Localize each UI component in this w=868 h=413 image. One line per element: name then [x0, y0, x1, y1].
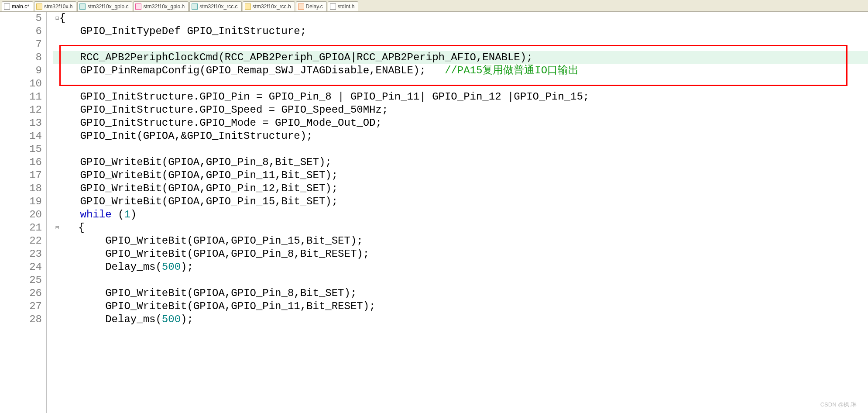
line-number: 14 [0, 130, 42, 143]
file-icon [298, 3, 304, 10]
code-line: GPIO_InitStructure.GPIO_Pin = GPIO_Pin_8… [53, 90, 868, 103]
code-line: Delay_ms(500); [53, 261, 868, 274]
line-number: 23 [0, 248, 42, 261]
line-number: 5 [0, 12, 42, 25]
file-icon [79, 3, 86, 10]
tab-label: stm32f10x_rcc.h [253, 2, 291, 11]
fold-gutter [47, 12, 53, 413]
line-number: 8 [0, 51, 42, 64]
code-line: Delay_ms(500); [53, 313, 868, 326]
line-number: 10 [0, 77, 42, 90]
tab-label: stm32f10x.h [44, 2, 72, 11]
tab-label: main.c* [12, 2, 29, 11]
line-number: 22 [0, 234, 42, 248]
line-number: 28 [0, 313, 42, 326]
fold-icon[interactable]: ⊟ [55, 221, 59, 234]
tab-label: stm32f10x_gpio.c [87, 2, 128, 11]
code-line: while (1) [53, 208, 868, 221]
line-number: 15 [0, 143, 42, 156]
file-icon [135, 3, 141, 10]
tab-stm32f10x-gpio-h[interactable]: stm32f10x_gpio.h [133, 1, 189, 11]
line-number: 25 [0, 274, 42, 287]
tab-stm32f10x-rcc-c[interactable]: stm32f10x_rcc.c [189, 1, 241, 11]
code-editor[interactable]: 5 6 7 8 9 10 11 12 13 14 15 16 17 18 19 … [0, 12, 868, 413]
code-line: ⊟ { [53, 221, 868, 234]
tab-stdint-h[interactable]: stdint.h [328, 1, 359, 11]
tab-label: stm32f10x_gpio.h [143, 2, 185, 11]
line-number: 6 [0, 25, 42, 38]
code-line: GPIO_PinRemapConfig(GPIO_Remap_SWJ_JTAGD… [53, 64, 868, 77]
code-line: GPIO_InitTypeDef GPIO_InitStructure; [53, 25, 868, 38]
tab-stm32f10x-h[interactable]: stm32f10x.h [34, 1, 76, 11]
line-number: 17 [0, 169, 42, 182]
tab-delay-c[interactable]: Delay.c [296, 1, 327, 11]
code-line: GPIO_WriteBit(GPIOA,GPIO_Pin_15,Bit_SET)… [53, 234, 868, 248]
line-number: 24 [0, 261, 42, 274]
line-number: 19 [0, 195, 42, 208]
line-number: 7 [0, 38, 42, 51]
tab-label: stdint.h [338, 2, 355, 11]
code-line: GPIO_WriteBit(GPIOA,GPIO_Pin_8,Bit_SET); [53, 156, 868, 169]
code-area[interactable]: ⊟{ GPIO_InitTypeDef GPIO_InitStructure; … [53, 12, 868, 413]
line-number: 27 [0, 300, 42, 313]
line-number: 20 [0, 208, 42, 221]
tab-stm32f10x-rcc-h[interactable]: stm32f10x_rcc.h [243, 1, 295, 11]
code-line: GPIO_InitStructure.GPIO_Speed = GPIO_Spe… [53, 103, 868, 117]
line-number: 18 [0, 182, 42, 195]
code-line: GPIO_WriteBit(GPIOA,GPIO_Pin_12,Bit_SET)… [53, 182, 868, 195]
code-line: GPIO_WriteBit(GPIOA,GPIO_Pin_11,Bit_SET)… [53, 169, 868, 182]
line-gutter: 5 6 7 8 9 10 11 12 13 14 15 16 17 18 19 … [0, 12, 47, 413]
code-line: GPIO_WriteBit(GPIOA,GPIO_Pin_11,Bit_RESE… [53, 300, 868, 313]
code-line: GPIO_WriteBit(GPIOA,GPIO_Pin_8,Bit_SET); [53, 287, 868, 300]
code-line [53, 77, 868, 90]
tab-bar: main.c* stm32f10x.h stm32f10x_gpio.c stm… [0, 0, 868, 12]
code-line: GPIO_WriteBit(GPIOA,GPIO_Pin_15,Bit_SET)… [53, 195, 868, 208]
tab-stm32f10x-gpio-c[interactable]: stm32f10x_gpio.c [77, 1, 132, 11]
code-line: GPIO_InitStructure.GPIO_Mode = GPIO_Mode… [53, 117, 868, 130]
file-icon [330, 3, 336, 10]
file-icon [192, 3, 198, 10]
line-number: 16 [0, 156, 42, 169]
code-line [53, 274, 868, 287]
line-number: 9 [0, 64, 42, 77]
line-number: 13 [0, 117, 42, 130]
tab-label: Delay.c [306, 2, 323, 11]
fold-icon[interactable]: ⊟ [55, 12, 59, 25]
code-line [53, 143, 868, 156]
line-number: 21 [0, 221, 42, 234]
file-icon [36, 3, 42, 10]
code-line: GPIO_Init(GPIOA,&GPIO_InitStructure); [53, 130, 868, 143]
file-icon [245, 3, 251, 10]
code-line: ⊟{ [53, 12, 868, 25]
tab-label: stm32f10x_rcc.c [199, 2, 237, 11]
code-line: RCC_APB2PeriphClockCmd(RCC_APB2Periph_GP… [53, 51, 868, 64]
editor-window: main.c* stm32f10x.h stm32f10x_gpio.c stm… [0, 0, 868, 413]
tab-main-c[interactable]: main.c* [2, 1, 33, 11]
line-number: 26 [0, 287, 42, 300]
file-icon [4, 3, 10, 10]
line-number: 11 [0, 90, 42, 103]
code-line: GPIO_WriteBit(GPIOA,GPIO_Pin_8,Bit_RESET… [53, 248, 868, 261]
line-number: 12 [0, 103, 42, 117]
code-line [53, 38, 868, 51]
